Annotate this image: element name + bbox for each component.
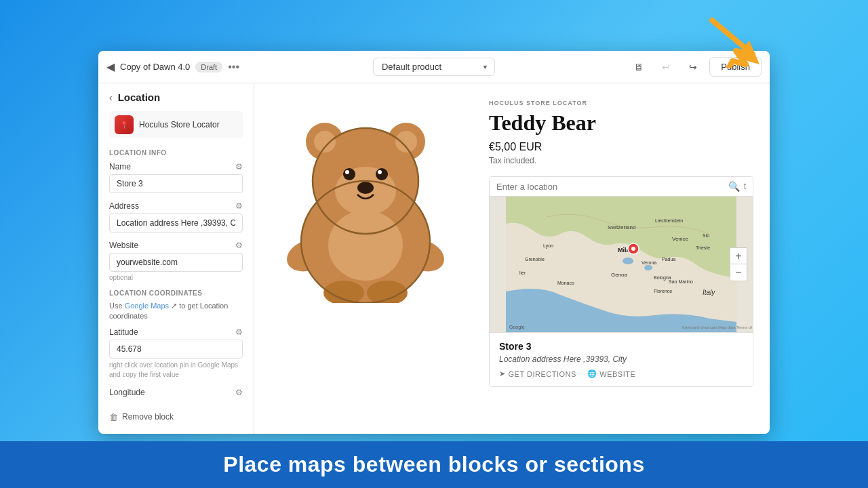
website-settings-icon[interactable]: ⚙ (235, 241, 243, 250)
svg-text:Venice: Venice (672, 236, 689, 242)
latitude-settings-icon[interactable]: ⚙ (235, 327, 243, 337)
website-field-header: Website ⚙ (109, 241, 243, 250)
globe-icon: 🌐 (587, 369, 597, 378)
address-field-row: Address ⚙ (109, 201, 243, 232)
coords-desc: Use Google Maps ↗ to get Location coordi… (109, 301, 243, 322)
address-input[interactable] (109, 214, 243, 232)
product-info: HOCULUS STORE LOCATOR Teddy Bear €5,00 E… (489, 100, 753, 418)
coords-title: LOCATION COORDINATES (109, 289, 243, 297)
store-info-box: Store 3 Location address Here ,39393, Ci… (490, 332, 753, 386)
sidebar-header: ‹ Location (109, 92, 243, 103)
store-actions: ➤ GET DIRECTIONS 🌐 WEBSITE (499, 369, 743, 378)
address-label: Address (109, 201, 139, 211)
svg-text:Trieste: Trieste (696, 245, 710, 250)
redo-button[interactable]: ↪ (682, 56, 704, 78)
svg-text:Padua: Padua (662, 257, 675, 262)
location-info-label: LOCATION INFO (109, 149, 243, 157)
svg-text:Grenoble: Grenoble (525, 257, 545, 262)
svg-text:Liechtenstein: Liechtenstein (655, 218, 683, 223)
name-field-header: Name ⚙ (109, 162, 243, 171)
map-svg: Lyon Grenoble Switzerland Liechtenstein … (490, 197, 753, 332)
product-select[interactable]: Default product (373, 58, 495, 76)
top-bar-center: Default product (327, 58, 540, 76)
product-image-area (271, 100, 467, 418)
undo-button[interactable]: ↩ (655, 56, 677, 78)
preview-content: HOCULUS STORE LOCATOR Teddy Bear €5,00 E… (254, 83, 770, 434)
longitude-field-header: Longitude ⚙ (109, 388, 243, 397)
name-field-row: Name ⚙ (109, 162, 243, 193)
latitude-field-row: Latitude ⚙ right click over location pin… (109, 327, 243, 380)
svg-text:Slo: Slo (703, 233, 709, 238)
store-info-address: Location address Here ,39393, City (499, 354, 743, 364)
longitude-label: Longitude (109, 388, 145, 397)
map-search-bar: 🔍 t (490, 177, 753, 197)
caption-text: Place maps between blocks or sections (223, 452, 644, 476)
svg-text:Google: Google (509, 325, 525, 330)
longitude-settings-icon[interactable]: ⚙ (235, 388, 243, 397)
svg-text:Monaco: Monaco (557, 281, 574, 285)
svg-text:Genoa: Genoa (611, 272, 628, 278)
product-price: €5,00 EUR (489, 141, 753, 153)
address-settings-icon[interactable]: ⚙ (235, 201, 243, 211)
tax-note: Tax included. (489, 156, 753, 165)
trash-icon: 🗑 (109, 412, 118, 422)
get-directions-link[interactable]: ➤ GET DIRECTIONS (499, 369, 576, 378)
svg-point-21 (644, 265, 652, 270)
latitude-field-header: Latitude ⚙ (109, 327, 243, 337)
coords-desc-prefix: Use (109, 302, 125, 310)
longitude-field-row: Longitude ⚙ (109, 388, 243, 397)
map-visual: Lyon Grenoble Switzerland Liechtenstein … (490, 197, 753, 332)
sidebar-back-icon[interactable]: ‹ (109, 92, 113, 103)
svg-text:Switzerland: Switzerland (608, 224, 635, 230)
svg-text:lier: lier (519, 270, 526, 275)
store-name: Copy of Dawn 4.0 (120, 62, 190, 72)
website-link[interactable]: 🌐 WEBSITE (587, 369, 636, 378)
website-input[interactable] (109, 253, 243, 272)
map-search-icon: 🔍 (728, 181, 740, 192)
draft-badge: Draft (195, 62, 222, 73)
sidebar-title: Location (118, 92, 161, 103)
name-input[interactable] (109, 174, 243, 193)
map-zoom-in-button[interactable]: + (730, 248, 747, 264)
plugin-row: 📍 Hoculus Store Locator (109, 111, 243, 138)
sidebar: ‹ Location 📍 Hoculus Store Locator LOCAT… (98, 83, 254, 434)
svg-point-40 (631, 247, 635, 251)
bear-image (271, 100, 460, 303)
svg-point-10 (378, 170, 382, 174)
latitude-input[interactable] (109, 340, 243, 359)
app-window: ◀ Copy of Dawn 4.0 Draft ••• Default pro… (98, 51, 770, 434)
caption-bar: Place maps between blocks or sections (0, 441, 868, 488)
publish-button[interactable]: Publish (709, 57, 762, 77)
top-bar-left: ◀ Copy of Dawn 4.0 Draft ••• (106, 60, 320, 73)
svg-point-3 (314, 131, 336, 152)
svg-text:Keyboard shortcuts  Map data  : Keyboard shortcuts Map data Terms of Use (682, 325, 753, 329)
svg-point-5 (395, 131, 417, 152)
svg-point-11 (357, 182, 374, 194)
website-label: Website (109, 241, 138, 250)
svg-point-7 (343, 168, 355, 180)
store-info-name: Store 3 (499, 341, 743, 352)
map-search-input[interactable] (496, 182, 724, 192)
desktop-preview-button[interactable]: 🖥 (628, 56, 650, 78)
plugin-icon: 📍 (115, 115, 134, 134)
google-maps-link[interactable]: Google Maps (125, 302, 169, 310)
more-dots-button[interactable]: ••• (228, 61, 239, 73)
svg-text:Lyon: Lyon (543, 243, 553, 249)
latitude-hint: right click over location pin in Google … (109, 361, 243, 380)
navigation-icon: ➤ (499, 369, 506, 378)
name-label: Name (109, 162, 131, 171)
svg-point-8 (376, 168, 388, 180)
product-title: Teddy Bear (489, 110, 753, 136)
map-zoom-out-button[interactable]: − (730, 264, 747, 281)
website-optional-note: optional (109, 274, 243, 281)
remove-block-row[interactable]: 🗑 Remove block (109, 408, 243, 426)
map-cutoff: t (744, 182, 746, 191)
svg-text:San Marino: San Marino (669, 279, 693, 284)
main-content: ‹ Location 📍 Hoculus Store Locator LOCAT… (98, 83, 770, 434)
back-icon[interactable]: ◀ (106, 60, 115, 73)
svg-point-9 (345, 170, 349, 174)
name-settings-icon[interactable]: ⚙ (235, 162, 243, 171)
product-select-wrapper: Default product (373, 58, 495, 76)
remove-block-label: Remove block (122, 412, 174, 422)
svg-text:Italy: Italy (703, 289, 715, 296)
